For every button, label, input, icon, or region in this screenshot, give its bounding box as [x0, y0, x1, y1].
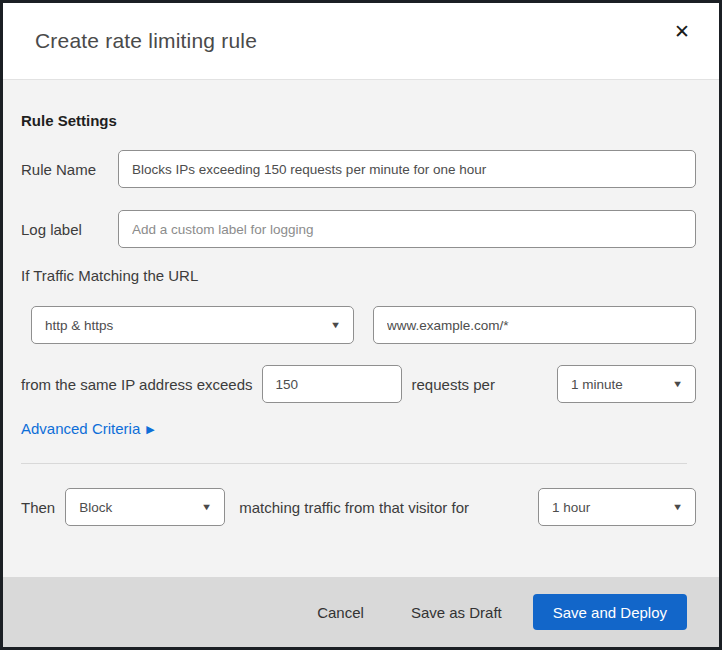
log-label-label: Log label [21, 221, 118, 238]
duration-select-value: 1 hour [552, 500, 590, 515]
threshold-prefix-text: from the same IP address exceeds [21, 376, 253, 393]
section-divider [21, 463, 687, 464]
action-select[interactable]: Block ▼ [65, 488, 225, 526]
dialog-title: Create rate limiting rule [35, 29, 257, 53]
action-prefix-text: Then [21, 499, 55, 516]
rule-name-row: Rule Name [21, 150, 696, 188]
log-label-row: Log label [21, 210, 696, 248]
log-label-input[interactable] [118, 210, 696, 248]
dialog-body: Rule Settings Rule Name Log label If Tra… [3, 80, 719, 577]
dialog-footer: Cancel Save as Draft Save and Deploy [3, 577, 719, 647]
url-pattern-input[interactable] [373, 306, 696, 344]
dialog-header: Create rate limiting rule ✕ [3, 3, 719, 80]
save-as-draft-button[interactable]: Save as Draft [395, 596, 518, 629]
chevron-down-icon: ▼ [330, 320, 341, 330]
action-middle-text: matching traffic from that visitor for [239, 499, 469, 516]
rule-settings-heading: Rule Settings [21, 112, 696, 130]
chevron-down-icon: ▼ [672, 502, 683, 512]
scheme-select-value: http & https [45, 318, 113, 333]
action-row: Then Block ▼ matching traffic from that … [21, 488, 696, 526]
triangle-right-icon: ▶ [146, 420, 154, 438]
traffic-match-label: If Traffic Matching the URL [21, 267, 696, 285]
threshold-row: from the same IP address exceeds request… [21, 365, 696, 403]
threshold-middle-text: requests per [412, 376, 495, 393]
scheme-select[interactable]: http & https ▼ [31, 306, 354, 344]
cancel-button[interactable]: Cancel [301, 596, 380, 629]
period-select-value: 1 minute [571, 377, 623, 392]
advanced-criteria-link[interactable]: Advanced Criteria ▶ [21, 420, 155, 438]
create-rate-limiting-rule-dialog: Create rate limiting rule ✕ Rule Setting… [0, 0, 722, 650]
url-match-row: http & https ▼ [31, 306, 696, 344]
duration-select[interactable]: 1 hour ▼ [538, 488, 696, 526]
action-select-value: Block [79, 500, 112, 515]
rule-name-input[interactable] [118, 150, 696, 188]
close-icon[interactable]: ✕ [667, 17, 697, 47]
period-select[interactable]: 1 minute ▼ [557, 365, 696, 403]
chevron-down-icon: ▼ [201, 502, 212, 512]
advanced-criteria-label: Advanced Criteria [21, 420, 140, 438]
request-count-input[interactable] [262, 365, 402, 403]
save-and-deploy-button[interactable]: Save and Deploy [533, 594, 687, 630]
rule-name-label: Rule Name [21, 161, 118, 178]
chevron-down-icon: ▼ [672, 379, 683, 389]
